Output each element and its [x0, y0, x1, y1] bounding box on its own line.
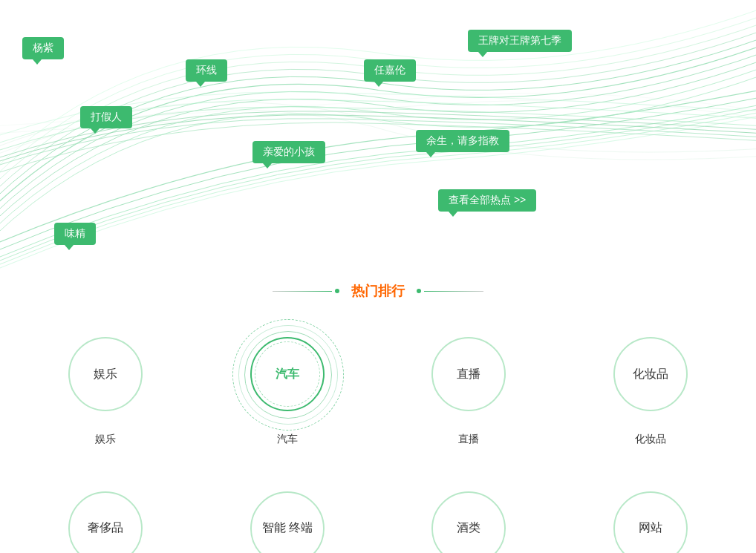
cat-item-huazhuangpin[interactable]: 化妆品化妆品	[599, 322, 703, 447]
cat-item-zhineng[interactable]: 智能 终端智能终端	[235, 477, 339, 553]
cat-label-qiche: 汽车	[277, 432, 298, 447]
cat-item-shechipin[interactable]: 奢侈品奢侈品	[53, 477, 157, 553]
categories-area: 娱乐娱乐汽车汽车直播直播化妆品化妆品 奢侈品奢侈品智能 终端智能终端酒类酒类网站…	[0, 322, 756, 553]
section-line-right	[424, 291, 483, 292]
cat-item-qiche[interactable]: 汽车汽车	[235, 322, 339, 447]
tag-view-all[interactable]: 查看全部热点 >>	[438, 189, 536, 212]
cat-label-yule: 娱乐	[95, 432, 116, 447]
category-row-2: 奢侈品奢侈品智能 终端智能终端酒类酒类网站网站	[15, 477, 741, 553]
cat-circle-zhibo: 直播	[431, 337, 506, 411]
tag-yusheng[interactable]: 余生，请多指教	[416, 130, 509, 152]
cat-circle-jiulei: 酒类	[431, 491, 506, 553]
tag-renjiaolun[interactable]: 任嘉伦	[364, 59, 416, 82]
section-line-left	[273, 291, 332, 292]
section-title-area: 热门排行	[0, 282, 756, 300]
category-row-1: 娱乐娱乐汽车汽车直播直播化妆品化妆品	[15, 322, 741, 447]
cat-circle-shechipin: 奢侈品	[68, 491, 143, 553]
tag-qinaidehaizi[interactable]: 亲爱的小孩	[252, 141, 325, 163]
tag-huanxian[interactable]: 环线	[186, 59, 227, 82]
cat-circle-huazhuangpin: 化妆品	[613, 337, 688, 411]
tag-dajiaruren[interactable]: 打假人	[80, 106, 132, 128]
section-dot-left	[335, 289, 339, 293]
cat-circle-zhineng: 智能 终端	[250, 491, 325, 553]
cat-item-zhibo[interactable]: 直播直播	[417, 322, 521, 447]
cat-circle-wangzhan: 网站	[613, 491, 688, 553]
cat-label-zhibo: 直播	[458, 432, 479, 447]
cat-circle-qiche: 汽车	[250, 337, 325, 411]
tag-wangpai[interactable]: 王牌对王牌第七季	[468, 30, 572, 52]
wave-area: 杨紫环线王牌对王牌第七季任嘉伦打假人余生，请多指教亲爱的小孩查看全部热点 >>味…	[0, 0, 756, 275]
cat-circle-yule: 娱乐	[68, 337, 143, 411]
cat-label-huazhuangpin: 化妆品	[635, 432, 666, 447]
section-title: 热门排行	[351, 282, 405, 300]
tag-yangzi[interactable]: 杨紫	[22, 37, 64, 59]
tag-weijing[interactable]: 味精	[54, 223, 96, 245]
section-dot-right	[417, 289, 421, 293]
cat-item-wangzhan[interactable]: 网站网站	[599, 477, 703, 553]
cat-item-yule[interactable]: 娱乐娱乐	[53, 322, 157, 447]
cat-item-jiulei[interactable]: 酒类酒类	[417, 477, 521, 553]
